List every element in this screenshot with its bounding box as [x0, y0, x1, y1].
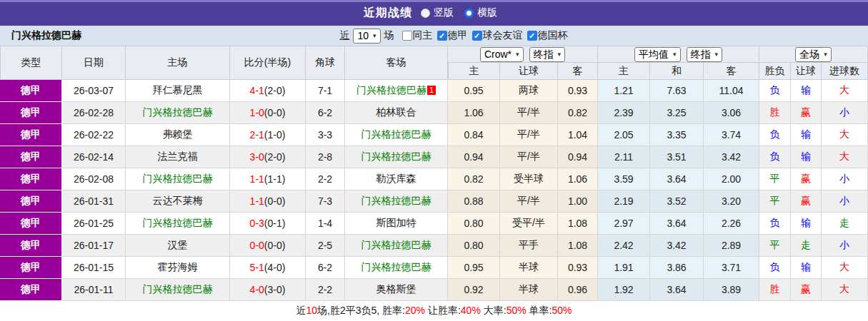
filter-bar: 门兴格拉德巴赫 近 10 ▾ 场 同主✓德甲✓球会友谊✓德国杯: [0, 26, 868, 46]
odds-away-cell: 1.00: [558, 190, 598, 213]
filter-checkbox-label: 德国杯: [538, 29, 568, 42]
full-time-score: 1-1: [250, 195, 264, 207]
half-time-score: (1-0): [264, 129, 286, 141]
home-team-cell: 弗赖堡: [126, 124, 230, 146]
average-stage-select-value: 终指: [691, 49, 711, 61]
odds-handicap-cell: 平/半: [500, 124, 558, 146]
odds-handicap-cell: 平/半: [500, 102, 558, 124]
subheader-odds-away: 客: [558, 63, 598, 80]
avg-home-cell: 2.39: [598, 102, 650, 124]
subheader-odds-handicap: 让球: [500, 63, 558, 80]
league-type-cell: 德甲: [0, 235, 62, 257]
away-team-cell: 门兴格拉德巴赫: [345, 190, 448, 213]
home-team-cell: 云达不莱梅: [126, 190, 230, 213]
average-select[interactable]: 平均值 ▾: [634, 47, 681, 62]
summary-segment: 10: [306, 305, 318, 316]
result-goals-cell: 走: [822, 213, 868, 235]
full-match-select[interactable]: 全场 ▾: [795, 47, 832, 62]
corner-cell: 2-8: [306, 146, 345, 168]
date-cell: 26-01-25: [62, 213, 126, 235]
header-average-group: 平均值 ▾ 终指 ▾: [598, 46, 759, 63]
away-team-cell: 门兴格拉德巴赫1: [345, 80, 448, 102]
full-time-score: 4-1: [250, 85, 264, 96]
score-cell: 5-1(4-0): [230, 257, 306, 279]
score-cell: 1-0(0-0): [230, 102, 306, 124]
filter-checkbox[interactable]: [402, 31, 412, 41]
full-time-score: 0-0: [250, 240, 264, 251]
recent-link[interactable]: 近: [339, 29, 349, 42]
corner-cell: 6-2: [306, 257, 345, 279]
filter-checkbox-label: 同主: [413, 29, 433, 42]
summary-line: 近10场,胜2平3负5, 胜率:20% 让胜率:40% 大率:50% 单率:50…: [296, 305, 572, 317]
subheader-handicap-result: 让球: [791, 63, 822, 80]
summary-segment: 20%: [405, 305, 425, 316]
header-score: 比分(半场): [230, 46, 306, 80]
chevron-down-icon: ▾: [715, 49, 719, 61]
corner-cell: 7-1: [306, 80, 345, 102]
header-away: 客场: [345, 46, 448, 80]
table-row: 德甲26-02-28门兴格拉德巴赫1-0(0-0)6-2柏林联合1.06平/半0…: [0, 102, 868, 124]
summary-segment: 近: [296, 305, 306, 316]
odds-home-cell: 0.94: [448, 146, 500, 168]
odds-home-cell: 0.82: [448, 168, 500, 190]
table-row: 德甲26-01-31云达不莱梅1-1(0-0)7-3门兴格拉德巴赫0.88平/半…: [0, 190, 868, 213]
full-time-score: 2-1: [250, 129, 264, 141]
odds-handicap-cell: 半球: [500, 257, 558, 279]
result-winloss-cell: 胜: [759, 279, 791, 301]
filter-checkbox[interactable]: ✓: [437, 31, 447, 41]
score-cell: 3-0(2-0): [230, 146, 306, 168]
home-team-cell: 门兴格拉德巴赫: [126, 168, 230, 190]
table-row: 德甲26-01-11门兴格拉德巴赫4-0(3-0)2-2奥格斯堡0.92半球0.…: [0, 279, 868, 301]
avg-home-cell: 2.05: [598, 124, 650, 146]
header-home: 主场: [126, 46, 230, 80]
filter-checkbox[interactable]: ✓: [527, 31, 537, 41]
chevron-down-icon: ▾: [824, 49, 827, 61]
full-time-score: 3-0: [250, 151, 264, 163]
avg-draw-cell: 7.63: [650, 80, 704, 102]
half-time-score: (0-1): [264, 218, 286, 229]
avg-away-cell: 11.04: [704, 80, 759, 102]
odds-away-cell: 0.94: [558, 146, 598, 168]
avg-draw-cell: 3.64: [650, 279, 704, 301]
avg-home-cell: 1.92: [598, 279, 650, 301]
layout-radio-group: 竖版 横版: [421, 6, 504, 19]
half-time-score: (3-0): [264, 284, 286, 295]
result-winloss-cell: 平: [759, 168, 791, 190]
title-bar: 近期战绩 竖版 横版: [0, 0, 868, 26]
result-goals-cell: 大: [822, 124, 868, 146]
vertical-layout-radio[interactable]: [421, 9, 430, 18]
away-team-cell: 斯图加特: [345, 213, 448, 235]
league-type-cell: 德甲: [0, 257, 62, 279]
odds-handicap-cell: 两球: [500, 80, 558, 102]
header-odds-group: Crow* ▾ 终指 ▾: [448, 46, 598, 63]
odds-home-cell: 0.84: [448, 124, 500, 146]
odds-home-cell: 0.80: [448, 213, 500, 235]
bookmaker-select[interactable]: Crow* ▾: [480, 47, 524, 62]
result-handicap-cell: 输: [791, 80, 822, 102]
result-handicap-cell: 赢: [791, 279, 822, 301]
result-goals-cell: 小: [822, 168, 868, 190]
header-row-groups: 类型 日期 主场 比分(半场) 角球 客场 Crow* ▾ 终指 ▾: [0, 46, 868, 63]
avg-home-cell: 2.97: [598, 213, 650, 235]
avg-away-cell: 3.20: [704, 190, 759, 213]
result-handicap-cell: 赢: [791, 102, 822, 124]
odds-stage-select[interactable]: 终指 ▾: [529, 47, 566, 62]
full-time-score: 1-1: [250, 173, 264, 185]
summary-segment: 让胜率:: [425, 305, 461, 316]
match-count-select[interactable]: 10 ▾: [353, 29, 380, 44]
filter-checkbox[interactable]: ✓: [472, 31, 482, 41]
avg-home-cell: 2.11: [598, 146, 650, 168]
result-handicap-cell: 输: [791, 213, 822, 235]
result-handicap-cell: 走: [791, 235, 822, 257]
subheader-winloss: 胜负: [759, 63, 791, 80]
horizontal-layout-radio[interactable]: [464, 9, 474, 18]
avg-away-cell: 2.89: [704, 235, 759, 257]
result-winloss-cell: 负: [759, 80, 791, 102]
half-time-score: (0-0): [264, 107, 286, 118]
average-stage-select[interactable]: 终指 ▾: [687, 47, 723, 62]
date-cell: 26-02-14: [62, 146, 126, 168]
home-team-cell: 拜仁慕尼黑: [126, 80, 230, 102]
avg-away-cell: 2.26: [704, 213, 759, 235]
date-cell: 26-01-17: [62, 235, 126, 257]
score-cell: 1-1(0-0): [230, 190, 306, 213]
